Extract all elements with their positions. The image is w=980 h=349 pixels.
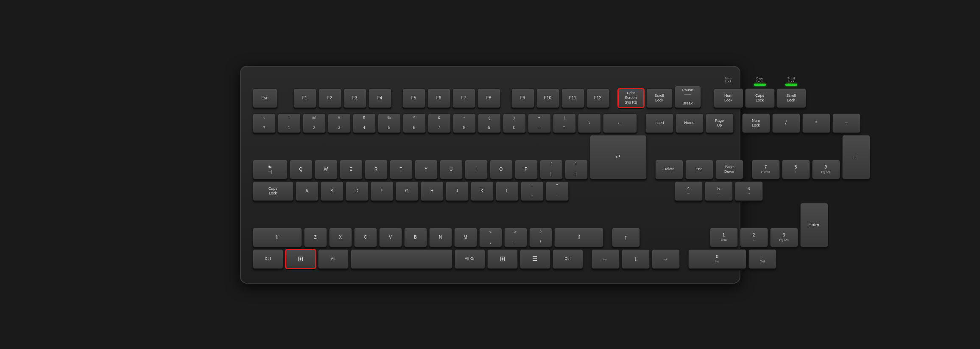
key-period[interactable]: >.: [504, 228, 527, 247]
key-num-lock[interactable]: NumLock: [714, 88, 743, 108]
key-b[interactable]: B: [404, 228, 427, 247]
key-v[interactable]: V: [379, 228, 402, 247]
key-tab[interactable]: ↹→|: [253, 160, 288, 179]
key-i[interactable]: I: [465, 160, 488, 179]
key-q[interactable]: Q: [290, 160, 313, 179]
key-s[interactable]: S: [321, 181, 343, 201]
key-f2[interactable]: F2: [318, 88, 341, 108]
key-f10[interactable]: F10: [536, 88, 559, 108]
key-open-bracket[interactable]: {[: [540, 160, 563, 179]
key-u[interactable]: U: [440, 160, 463, 179]
key-semicolon[interactable]: :;: [521, 181, 544, 201]
key-arrow-right[interactable]: →: [652, 249, 680, 269]
key-t[interactable]: T: [390, 160, 413, 179]
key-numpad-6[interactable]: 6→: [735, 181, 763, 201]
key-d[interactable]: D: [346, 181, 369, 201]
key-arrow-down[interactable]: ↓: [622, 249, 650, 269]
key-numpad-enter[interactable]: Enter: [800, 203, 828, 247]
key-backtick[interactable]: ~`\: [253, 113, 276, 133]
key-p[interactable]: P: [515, 160, 538, 179]
key-f8[interactable]: F8: [477, 88, 500, 108]
key-f3[interactable]: F3: [343, 88, 366, 108]
key-numpad-2[interactable]: 2↓: [740, 228, 768, 247]
key-delete[interactable]: Delete: [655, 160, 683, 179]
key-numpad-dot[interactable]: .Del: [748, 249, 776, 269]
key-slash[interactable]: ?/: [529, 228, 552, 247]
key-1[interactable]: !1: [278, 113, 301, 133]
key-f6[interactable]: F6: [427, 88, 450, 108]
key-caps-lock[interactable]: CapsLock: [253, 181, 293, 201]
key-close-bracket[interactable]: }]: [565, 160, 588, 179]
key-numpad-7[interactable]: 7Home: [752, 160, 780, 179]
key-a[interactable]: A: [296, 181, 318, 201]
key-3[interactable]: #3: [328, 113, 351, 133]
key-z[interactable]: Z: [304, 228, 327, 247]
key-arrow-up[interactable]: ↑: [612, 228, 640, 247]
key-print-screen[interactable]: PrintScreenSys Rq: [618, 88, 644, 108]
key-4[interactable]: $4: [353, 113, 376, 133]
key-numpad-4[interactable]: 4←: [675, 181, 703, 201]
key-7[interactable]: &7: [428, 113, 451, 133]
key-j[interactable]: J: [446, 181, 469, 201]
key-g[interactable]: G: [396, 181, 419, 201]
key-enter[interactable]: ↵: [590, 135, 647, 179]
key-l[interactable]: L: [496, 181, 519, 201]
key-menu[interactable]: ☰: [520, 249, 550, 269]
key-caps-lock-indicator[interactable]: CapsLock: [745, 88, 775, 108]
key-numpad-plus[interactable]: +: [842, 135, 870, 179]
key-numpad-3[interactable]: 3Pg Dn: [770, 228, 798, 247]
key-f12[interactable]: F12: [586, 88, 609, 108]
key-right-shift[interactable]: ⇧: [554, 228, 603, 247]
key-backslash[interactable]: \: [578, 113, 601, 133]
key-right-win[interactable]: ⊞: [487, 249, 518, 269]
key-esc[interactable]: Esc: [253, 88, 277, 108]
key-page-up[interactable]: PageUp: [706, 113, 734, 133]
key-numpad-0[interactable]: 0Ins: [688, 249, 746, 269]
key-e[interactable]: E: [340, 160, 363, 179]
key-f9[interactable]: F9: [511, 88, 534, 108]
key-c[interactable]: C: [354, 228, 377, 247]
key-arrow-left[interactable]: ←: [592, 249, 620, 269]
key-w[interactable]: W: [315, 160, 338, 179]
key-space[interactable]: [351, 249, 452, 269]
key-comma[interactable]: <,: [479, 228, 502, 247]
key-numpad-minus[interactable]: −: [832, 113, 860, 133]
key-numpad-asterisk[interactable]: *: [802, 113, 830, 133]
key-scroll-lock-indicator[interactable]: ScrollLock: [776, 88, 806, 108]
key-left-shift[interactable]: ⇧: [253, 228, 302, 247]
key-scroll-lock[interactable]: ScrollLock: [646, 88, 673, 108]
key-equals[interactable]: |=: [553, 113, 576, 133]
key-numpad-8[interactable]: 8↑: [782, 160, 810, 179]
key-h[interactable]: H: [421, 181, 444, 201]
key-r[interactable]: R: [365, 160, 388, 179]
key-numpad-numlock[interactable]: NumLock: [742, 113, 770, 133]
key-x[interactable]: X: [329, 228, 352, 247]
key-f1[interactable]: F1: [293, 88, 316, 108]
key-minus[interactable]: +—: [528, 113, 551, 133]
key-9[interactable]: (9: [478, 113, 501, 133]
key-f11[interactable]: F11: [561, 88, 584, 108]
key-left-alt[interactable]: Alt: [318, 249, 349, 269]
key-5[interactable]: %5: [378, 113, 401, 133]
key-page-down[interactable]: PageDown: [715, 160, 743, 179]
key-left-ctrl[interactable]: Ctrl: [253, 249, 283, 269]
key-0[interactable]: )0: [503, 113, 526, 133]
key-6[interactable]: ^6: [403, 113, 426, 133]
key-home[interactable]: Home: [676, 113, 704, 133]
key-alt-gr[interactable]: Alt Gr: [455, 249, 485, 269]
key-f[interactable]: F: [371, 181, 394, 201]
key-end[interactable]: End: [685, 160, 713, 179]
key-8[interactable]: *8: [453, 113, 476, 133]
key-n[interactable]: N: [429, 228, 452, 247]
key-f7[interactable]: F7: [452, 88, 475, 108]
key-numpad-1[interactable]: 1End: [710, 228, 738, 247]
key-numpad-5[interactable]: 5—: [705, 181, 733, 201]
key-f4[interactable]: F4: [369, 88, 391, 108]
key-insert[interactable]: Insert: [645, 113, 673, 133]
key-k[interactable]: K: [471, 181, 494, 201]
key-o[interactable]: O: [490, 160, 513, 179]
key-left-win[interactable]: ⊞: [285, 249, 316, 269]
key-numpad-9[interactable]: 9Pg Up: [812, 160, 840, 179]
key-quote[interactable]: "': [546, 181, 569, 201]
key-2[interactable]: @2: [303, 113, 326, 133]
